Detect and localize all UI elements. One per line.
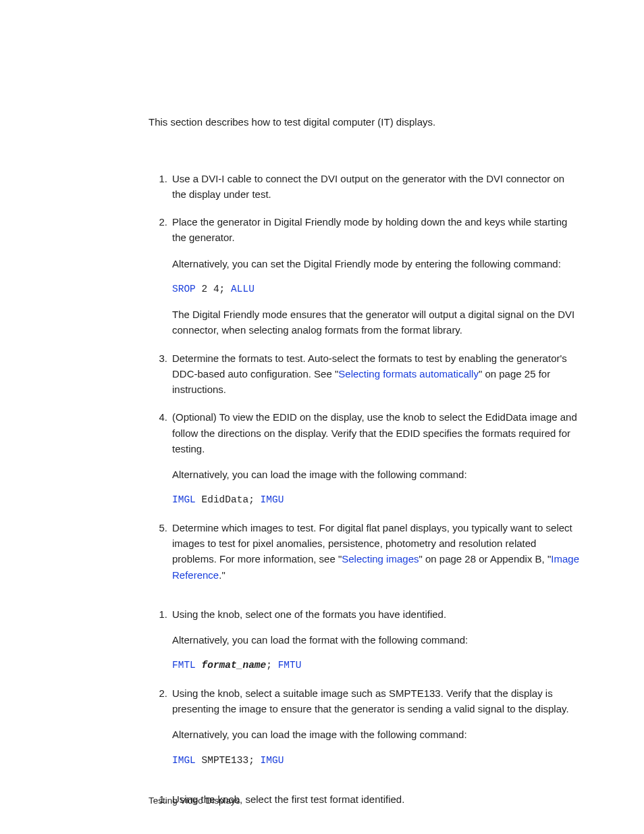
cross-reference-link[interactable]: Selecting formats automatically (338, 368, 479, 380)
list-item: 3.Determine the formats to test. Auto-se… (149, 350, 581, 398)
sub-paragraph: Alternatively, you can load the image wi… (172, 727, 581, 742)
command-line: FMTL format_name; FMTU (172, 658, 581, 673)
list-body: Determine the formats to test. Auto-sele… (172, 350, 581, 398)
procedure-list-b: 1.Using the knob, select one of the form… (149, 606, 581, 768)
list-body: (Optional) To view the EDID on the displ… (172, 409, 581, 457)
command-line: SROP 2 4; ALLU (172, 282, 581, 296)
sub-paragraph: Alternatively, you can load the image wi… (172, 467, 581, 482)
sub-paragraph: The Digital Friendly mode ensures that t… (172, 307, 581, 338)
list-item: 2.Using the knob, select a suitable imag… (149, 685, 581, 768)
list-body: Using the knob, select one of the format… (172, 606, 581, 622)
procedure-list-a: 1.Use a DVI-I cable to connect the DVI o… (149, 171, 581, 583)
list-body: Place the generator in Digital Friendly … (172, 214, 581, 246)
list-item: 2.Place the generator in Digital Friendl… (149, 214, 581, 338)
page-body: This section describes how to test digit… (149, 115, 581, 831)
list-number: 1. (149, 606, 167, 622)
sub-paragraph: Alternatively, you can set the Digital F… (172, 256, 581, 271)
intro-paragraph: This section describes how to test digit… (149, 115, 581, 130)
list-body: Use a DVI-I cable to connect the DVI out… (172, 171, 581, 203)
list-item: 4.(Optional) To view the EDID on the dis… (149, 409, 581, 507)
list-number: 1. (149, 171, 167, 186)
list-item: 1.Using the knob, select one of the form… (149, 606, 581, 673)
list-item: 5.Determine which images to test. For di… (149, 520, 581, 583)
page-footer: Testing Video Displays (149, 796, 240, 806)
list-number: 5. (149, 520, 167, 536)
cross-reference-link[interactable]: Selecting images (342, 553, 419, 565)
sub-paragraph: Alternatively, you can load the format w… (172, 632, 581, 648)
list-item: 1.Use a DVI-I cable to connect the DVI o… (149, 171, 581, 203)
list-body: Using the knob, select a suitable image … (172, 685, 581, 717)
list-body: Determine which images to test. For digi… (172, 520, 581, 583)
list-number: 3. (149, 350, 167, 366)
list-number: 4. (149, 409, 167, 425)
command-line: IMGL EdidData; IMGU (172, 492, 581, 507)
list-number: 2. (149, 214, 167, 230)
list-number: 2. (149, 685, 167, 701)
command-line: IMGL SMPTE133; IMGU (172, 753, 581, 768)
